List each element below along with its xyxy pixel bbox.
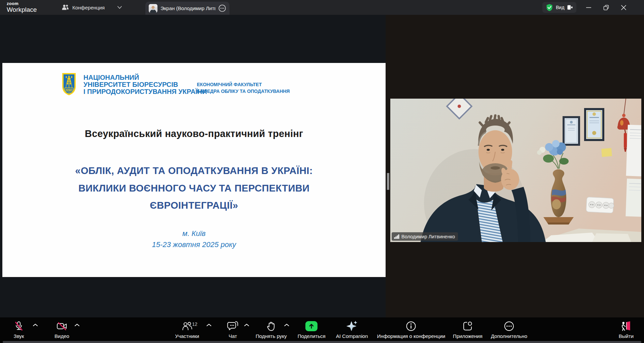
participants-icon: 12 (181, 321, 193, 332)
university-line-1: НАЦІОНАЛЬНИЙ (83, 74, 207, 81)
tab-options-icon[interactable] (218, 4, 226, 12)
apps-button[interactable]: Приложения (453, 321, 482, 339)
ai-companion-button[interactable]: AI Companion (336, 321, 368, 339)
zoom-meeting-window: zoom Workplace Конференция (0, 0, 644, 343)
participants-label: Участники (175, 333, 199, 339)
raised-hand-icon (266, 321, 276, 332)
participants-options-chevron[interactable] (206, 323, 212, 327)
more-label: Дополнительно (491, 333, 527, 339)
svg-text:НУБІП: НУБІП (66, 89, 73, 91)
scrollbar-thumb[interactable] (387, 173, 389, 190)
share-arrow-icon (306, 321, 318, 331)
close-button[interactable] (616, 0, 631, 15)
video-options-chevron[interactable] (74, 323, 80, 327)
event-title-line-1: «ОБЛІК, АУДИТ ТА ОПОДАТКУВАННЯ В УКРАЇНІ… (2, 165, 386, 176)
logo-line-zoom: zoom (7, 1, 37, 6)
minimize-button[interactable] (581, 0, 596, 15)
zoom-workplace-logo: zoom Workplace (7, 1, 37, 13)
participants-count: 12 (192, 321, 198, 327)
event-type-heading: Всеукраїнський науково-практичний тренін… (2, 128, 386, 139)
nubip-emblem: НУБІП 1898 (62, 72, 76, 95)
tab-screen-share[interactable]: Экран (Володимир Литвиненко (145, 2, 229, 15)
ai-companion-label: AI Companion (336, 333, 368, 339)
view-button[interactable]: Вид (542, 2, 576, 13)
camera-muted-icon (56, 321, 68, 332)
share-screen-label: Поделиться (298, 333, 326, 339)
view-button-label: Вид (556, 5, 564, 10)
share-screen-button[interactable]: Поделиться (298, 321, 326, 339)
apps-label: Приложения (453, 333, 482, 339)
chat-label: Чат (229, 333, 237, 339)
logo-line-workplace: Workplace (7, 6, 37, 13)
event-title-line-2: ВИКЛИКИ ВОЄННОГО ЧАСУ ТА ПЕРСПЕКТИВИ (2, 183, 386, 194)
chat-bubble-icon (227, 321, 239, 332)
tab-screen-label: Экран (Володимир Литвиненко (160, 5, 215, 11)
leave-door-icon (620, 321, 632, 332)
video-scene (390, 99, 641, 242)
microphone-muted-icon (13, 321, 24, 332)
view-layout-icon (567, 5, 573, 10)
meeting-info-button[interactable]: Информация о конференции (377, 321, 445, 339)
university-line-3: І ПРИРОДОКОРИСТУВАННЯ УКРАЇНИ (83, 88, 207, 95)
taskbar-edge (3, 341, 641, 343)
people-icon (61, 4, 69, 11)
leave-button[interactable]: Выйти (619, 321, 634, 339)
more-button[interactable]: Дополнительно (491, 321, 527, 339)
tab-meeting-label: Конференция (72, 5, 105, 10)
audio-options-chevron[interactable] (33, 323, 38, 327)
chat-button[interactable]: Чат (227, 321, 239, 339)
participant-name-tag: Володимир Литвиненко (392, 232, 458, 241)
title-bar: zoom Workplace Конференция (0, 0, 644, 15)
participant-name: Володимир Литвиненко (401, 234, 455, 239)
tab-meeting[interactable]: Конференция (58, 0, 108, 15)
participants-button[interactable]: 12 Участники (175, 321, 199, 339)
leave-label: Выйти (619, 333, 634, 339)
info-circle-icon (406, 321, 417, 332)
maximize-button[interactable] (598, 0, 614, 15)
chat-options-chevron[interactable] (244, 323, 249, 327)
ai-sparkle-icon (346, 321, 358, 332)
audio-button[interactable]: Звук (13, 321, 24, 339)
apps-icon (462, 321, 473, 332)
event-title-line-3: ЄВРОІНТЕГРАЦІЇ» (2, 200, 386, 211)
university-line-2: УНІВЕРСИТЕТ БІОРЕСУРСІВ (83, 81, 207, 88)
raise-hand-button[interactable]: Поднять руку (256, 321, 287, 339)
presentation-slide: НУБІП 1898 НАЦІОНАЛЬНИЙ УНІВЕРСИТЕТ БІОР… (2, 63, 386, 277)
meeting-toolbar: Звук Видео (0, 317, 644, 343)
signal-bars-icon (394, 234, 399, 239)
event-location: м. Київ (2, 229, 386, 238)
svg-text:1898: 1898 (67, 92, 71, 94)
faculty-line-2: КАФЕДРА ОБЛІКУ ТА ОПОДАТКУВАННЯ (197, 88, 290, 95)
chevron-down-icon[interactable] (117, 6, 122, 9)
raise-hand-options-chevron[interactable] (284, 323, 289, 327)
faculty-name: ЕКОНОМІЧНИЙ ФАКУЛЬТЕТ КАФЕДРА ОБЛІКУ ТА … (197, 81, 290, 95)
event-dates: 15-23 жовтня 2025 року (2, 240, 386, 249)
meeting-info-label: Информация о конференции (377, 333, 445, 339)
participant-video-tile[interactable]: Володимир Литвиненко (390, 99, 641, 242)
shared-screen-pane: НУБІП 1898 НАЦІОНАЛЬНИЙ УНІВЕРСИТЕТ БІОР… (0, 15, 386, 317)
audio-label: Звук (14, 333, 24, 339)
shield-check-icon (546, 4, 553, 11)
faculty-line-1: ЕКОНОМІЧНИЙ ФАКУЛЬТЕТ (197, 81, 290, 88)
raise-hand-label: Поднять руку (256, 333, 287, 339)
more-ellipsis-icon (504, 321, 514, 332)
video-label: Видео (55, 333, 69, 339)
video-button[interactable]: Видео (55, 321, 69, 339)
avatar (149, 4, 157, 13)
university-name: НАЦІОНАЛЬНИЙ УНІВЕРСИТЕТ БІОРЕСУРСІВ І П… (83, 74, 207, 95)
